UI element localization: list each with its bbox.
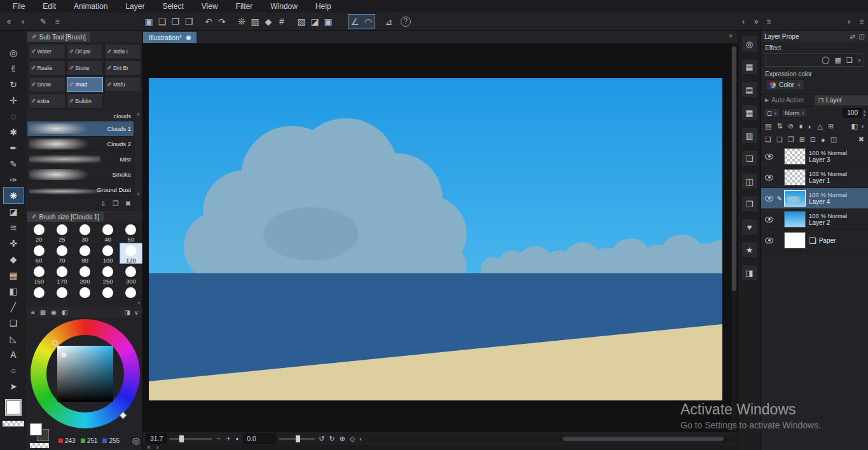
material-panel-icon[interactable]: ▦ xyxy=(741,58,758,75)
menu-select[interactable]: Select xyxy=(153,2,192,11)
panel-expand-right-icon[interactable]: › xyxy=(843,15,855,29)
brush-group-water[interactable]: ✐Water xyxy=(29,44,65,59)
help-icon[interactable]: ? xyxy=(401,17,411,27)
delete-layer-icon[interactable]: ✖ xyxy=(858,135,864,144)
size-30[interactable]: 30 xyxy=(73,222,96,243)
eraser-tool[interactable]: ◪ xyxy=(4,203,23,219)
expression-color-select[interactable]: Color ∨ xyxy=(765,79,805,90)
new-folder-icon[interactable]: ❐ xyxy=(788,135,794,144)
layer-name[interactable]: Layer 2 xyxy=(809,219,847,226)
scroll-left-icon[interactable]: ‹ xyxy=(359,435,362,442)
size-more[interactable] xyxy=(97,285,120,306)
pen-tool[interactable]: ✒ xyxy=(4,140,23,156)
menu-window[interactable]: Window xyxy=(261,2,307,11)
layer-color-caret-icon[interactable]: ∨ xyxy=(861,124,864,129)
layer-property-dock-icon[interactable]: ◫ xyxy=(859,33,865,40)
border-effect-icon[interactable]: ◯ xyxy=(822,56,829,64)
airbrush-tool[interactable]: ❋ xyxy=(4,188,23,203)
deco-icon[interactable]: ❊ xyxy=(235,15,248,29)
effect-caret-icon[interactable]: ∨ xyxy=(858,58,861,63)
layer-comp-panel-icon[interactable]: ◫ xyxy=(741,173,758,189)
liquify-tool[interactable]: ◆ xyxy=(4,251,23,267)
layer-row-paper[interactable]: ❏ Paper xyxy=(761,230,868,251)
brush-group-realistic[interactable]: ✐Realis xyxy=(29,60,65,76)
layer-thumbnail[interactable] xyxy=(784,169,806,186)
transparent-color-swatch[interactable] xyxy=(3,421,24,426)
brush-group-snow[interactable]: ✐Snow xyxy=(29,77,65,92)
document-tab[interactable]: Illustration* xyxy=(143,32,196,43)
save-file-icon[interactable]: ❒ xyxy=(183,15,195,29)
angle-snap-icon[interactable]: ∠ xyxy=(348,15,361,29)
apply-mask-icon[interactable]: ◫ xyxy=(830,135,837,144)
menu-file[interactable]: File xyxy=(4,2,34,11)
zoom-tool[interactable]: ◎ xyxy=(4,44,23,60)
panel-menu-icon[interactable]: ≡ xyxy=(762,15,775,29)
visibility-eye-icon[interactable] xyxy=(765,154,773,160)
brush-item-mist[interactable]: Mist xyxy=(27,152,142,167)
workspace-icon[interactable]: ▣ xyxy=(142,15,155,29)
subview-panel-icon[interactable]: ▦ xyxy=(741,104,758,121)
size-200[interactable]: 200 xyxy=(73,264,96,285)
scroll-down-icon[interactable]: ∨ xyxy=(137,191,140,196)
size-50[interactable]: 50 xyxy=(120,222,142,243)
layer-row-layer1[interactable]: 100 % Normal Layer 1 xyxy=(761,167,868,188)
gradient-tool[interactable]: ▦ xyxy=(4,267,23,283)
size-80[interactable]: 80 xyxy=(73,243,96,264)
rotate-canvas-tool[interactable]: ↻ xyxy=(4,76,23,92)
delete-brush-icon[interactable]: ✖ xyxy=(125,200,131,208)
tab-close-icon[interactable] xyxy=(186,36,191,40)
layer-name[interactable]: Paper xyxy=(819,237,836,244)
size-60[interactable]: 60 xyxy=(27,243,50,264)
quick-access-panel-icon[interactable]: ◎ xyxy=(741,36,758,52)
snap-grid-icon[interactable]: ▣ xyxy=(322,15,334,29)
auto-select-tool[interactable]: ✱ xyxy=(4,124,23,140)
vertical-scroll-thumb[interactable] xyxy=(732,46,736,291)
menu-view[interactable]: View xyxy=(193,2,227,11)
enable-mask-icon[interactable]: △ xyxy=(818,122,823,130)
redo-icon[interactable]: ↷ xyxy=(216,15,228,29)
tab-auto-action[interactable]: ▶ Auto Action xyxy=(761,95,815,106)
snap-special-icon[interactable]: ◪ xyxy=(308,15,321,29)
layer-thumbnail[interactable] xyxy=(784,211,806,228)
color-set-icon[interactable]: ▦ xyxy=(40,309,46,316)
panel-menu-right-icon[interactable]: ≡ xyxy=(855,15,868,29)
size-150[interactable]: 150 xyxy=(27,264,50,285)
color-history-icon[interactable]: ◨ xyxy=(124,309,130,316)
draft-layer-icon[interactable]: ⊘ xyxy=(788,122,794,130)
ruler-range-icon[interactable]: ⊞ xyxy=(828,122,834,130)
color-panel-caret-icon[interactable]: ∨ xyxy=(134,309,139,316)
layer-color-effect-icon[interactable]: ❑ xyxy=(846,56,853,64)
brush-item-clouds2[interactable]: Clouds 2 xyxy=(27,137,142,152)
brush-group-india[interactable]: ✐India i xyxy=(104,44,141,59)
rotate-right-icon[interactable]: ↻ xyxy=(328,435,335,443)
layer-row-layer2[interactable]: 100 % Normal Layer 2 xyxy=(761,209,868,230)
canvas-horizontal-scrollbar[interactable] xyxy=(369,436,734,442)
brush-group-extra[interactable]: ✐extra xyxy=(29,93,65,109)
canvas-illustration[interactable] xyxy=(149,78,722,400)
information-panel-icon[interactable]: ▥ xyxy=(741,127,758,144)
flip-view-icon[interactable]: ◇ xyxy=(349,435,355,443)
brush-tool[interactable]: ✑ xyxy=(4,172,23,188)
layer-thumbnail[interactable] xyxy=(784,232,806,249)
open-file-icon[interactable]: ❐ xyxy=(169,15,182,29)
navigator-panel-icon[interactable]: ▤ xyxy=(741,81,758,98)
visibility-eye-icon[interactable] xyxy=(765,217,773,222)
folder-panel-icon[interactable]: ❐ xyxy=(741,196,758,212)
lock-alpha-icon[interactable]: ◐ xyxy=(808,123,813,130)
color-picker-mode-icon[interactable]: ◎ xyxy=(132,435,140,446)
history-panel-icon[interactable]: ❏ xyxy=(741,150,758,167)
canvas-vertical-scrollbar[interactable] xyxy=(731,44,737,431)
hand-tool[interactable]: ✌ xyxy=(4,60,23,76)
size-100[interactable]: 100 xyxy=(97,243,120,264)
layer-name[interactable]: Layer 1 xyxy=(809,177,847,184)
layer-color-icon[interactable]: ◧ xyxy=(851,122,857,130)
pencil-tool[interactable]: ✎ xyxy=(4,156,23,172)
brush-item-clouds1[interactable]: Clouds 1 xyxy=(27,121,142,137)
visibility-eye-icon[interactable] xyxy=(765,175,773,181)
foreground-color-swatch-small[interactable] xyxy=(30,423,42,435)
layer-thumbnail[interactable] xyxy=(784,190,806,207)
color-slider-icon[interactable]: ◧ xyxy=(62,309,67,316)
size-300[interactable]: 300 xyxy=(120,264,142,285)
brush-size-panel-tab[interactable]: ✐ Brush size [Clouds 1] xyxy=(27,212,104,222)
new-raster-layer-icon[interactable]: ❏ xyxy=(765,135,771,144)
